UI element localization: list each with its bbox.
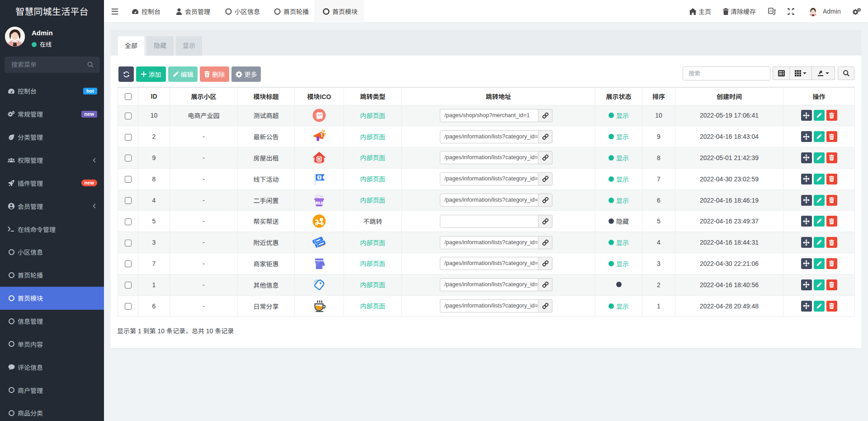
svg-text:租: 租 [318,156,321,161]
svg-text:A: A [769,9,772,13]
svg-text:¥: ¥ [318,175,321,180]
svg-text:二手: 二手 [316,201,322,205]
